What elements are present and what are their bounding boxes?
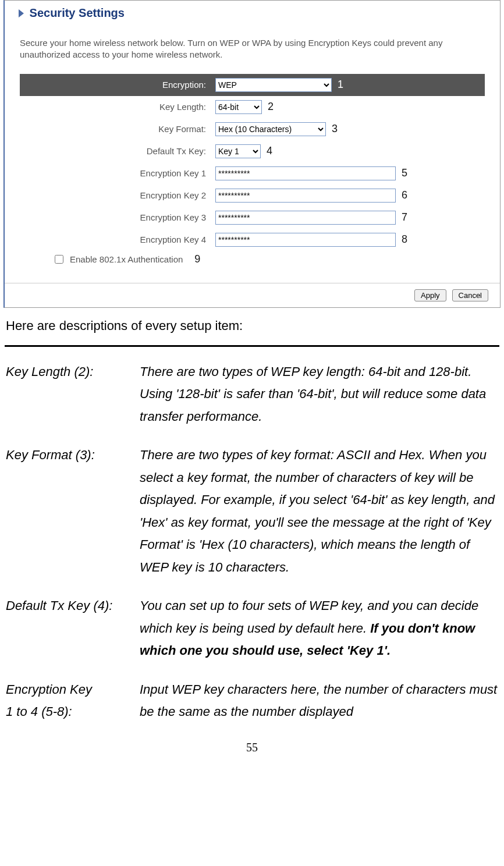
label-key-length: Key Length: (20, 102, 215, 112)
label-key-format: Key Format: (20, 124, 215, 134)
desc-encryption-keys: Encryption Key 1 to 4 (5-8): Input WEP k… (6, 679, 498, 723)
term-encryption-keys: Encryption Key 1 to 4 (5-8): (6, 679, 140, 723)
callout-1: 1 (338, 79, 343, 91)
settings-form: Encryption: WEP 1 Key Length: 64-bit (20, 74, 485, 276)
key1-input[interactable] (215, 166, 396, 180)
key2-input[interactable] (215, 189, 396, 203)
text-default-tx: You can set up to four sets of WEP key, … (140, 595, 498, 662)
label-encryption: Encryption: (20, 80, 215, 90)
desc-key-length: Key Length (2): There are two types of W… (6, 361, 498, 428)
label-default-tx: Default Tx Key: (20, 146, 215, 156)
desc-default-tx: Default Tx Key (4): You can set up to fo… (6, 595, 498, 662)
callout-4: 4 (267, 145, 272, 157)
row-auth: Enable 802.1x Authentication 9 (20, 251, 485, 276)
row-encryption: Encryption: WEP 1 (20, 74, 485, 96)
divider (5, 345, 499, 347)
callout-5: 5 (402, 167, 407, 179)
lead-text: Here are descriptions of every setup ite… (6, 316, 498, 336)
enable-8021x-checkbox[interactable] (55, 255, 63, 264)
term-default-tx: Default Tx Key (4): (6, 595, 140, 662)
label-key3: Encryption Key 3 (20, 212, 215, 222)
key3-input[interactable] (215, 211, 396, 225)
callout-8: 8 (402, 233, 407, 246)
row-key-format: Key Format: Hex (10 Characters) 3 (20, 118, 485, 140)
key-length-select[interactable]: 64-bit (215, 100, 262, 114)
panel-title: Security Settings (5, 3, 500, 23)
label-enable-8021x: Enable 802.1x Authentication (70, 254, 183, 264)
row-default-tx: Default Tx Key: Key 1 4 (20, 140, 485, 162)
callout-2: 2 (268, 101, 274, 113)
label-key4: Encryption Key 4 (20, 235, 215, 244)
panel-intro-text: Secure your home wireless network below.… (5, 23, 500, 67)
text-key-format: There are two types of key format: ASCII… (140, 444, 498, 578)
encryption-select[interactable]: WEP (215, 78, 332, 92)
term-key-length: Key Length (2): (6, 361, 140, 428)
panel-title-text: Security Settings (30, 6, 125, 19)
row-key-length: Key Length: 64-bit 2 (20, 96, 485, 118)
cancel-button[interactable]: Cancel (452, 289, 488, 301)
apply-button[interactable]: Apply (414, 289, 446, 301)
key4-input[interactable] (215, 233, 396, 247)
security-settings-screenshot: Security Settings Secure your home wirel… (3, 0, 501, 308)
default-tx-select[interactable]: Key 1 (215, 144, 261, 158)
callout-6: 6 (402, 189, 407, 201)
callout-3: 3 (332, 123, 338, 135)
button-row: Apply Cancel (5, 283, 500, 307)
page-number: 55 (3, 741, 501, 754)
row-key3: Encryption Key 3 7 (20, 207, 485, 229)
row-key2: Encryption Key 2 6 (20, 184, 485, 207)
text-encryption-keys: Input WEP key characters here, the numbe… (140, 679, 498, 723)
label-key1: Encryption Key 1 (20, 168, 215, 178)
text-key-length: There are two types of WEP key length: 6… (140, 361, 498, 428)
title-marker-icon (19, 9, 24, 17)
callout-7: 7 (402, 211, 407, 223)
label-key2: Encryption Key 2 (20, 190, 215, 200)
desc-key-format: Key Format (3): There are two types of k… (6, 444, 498, 578)
row-key4: Encryption Key 4 8 (20, 229, 485, 251)
row-key1: Encryption Key 1 5 (20, 162, 485, 184)
key-format-select[interactable]: Hex (10 Characters) (215, 122, 326, 136)
term-key-format: Key Format (3): (6, 444, 140, 578)
callout-9: 9 (194, 253, 200, 265)
